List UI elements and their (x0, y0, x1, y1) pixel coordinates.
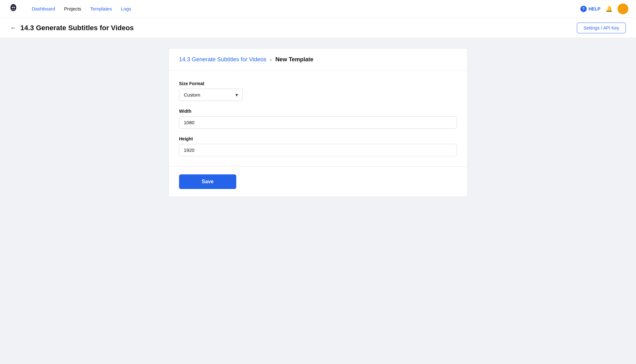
page-title-row: ← 14.3 Generate Subtitles for Videos (10, 24, 134, 32)
navbar: Dashboard Projects Templates Logs ? HELP… (0, 0, 636, 18)
size-format-group: Size Format Custom HD 1280x720 Full HD 1… (179, 81, 457, 101)
nav-dashboard[interactable]: Dashboard (32, 6, 55, 11)
notification-bell-icon[interactable]: 🔔 (605, 5, 612, 12)
width-input[interactable] (179, 116, 457, 129)
size-format-select[interactable]: Custom HD 1280x720 Full HD 1920x1080 4K … (179, 89, 243, 101)
size-format-select-wrapper: Custom HD 1280x720 Full HD 1920x1080 4K … (179, 89, 243, 101)
settings-api-key-button[interactable]: Settings / API Key (577, 23, 626, 33)
breadcrumb-separator: › (270, 56, 272, 63)
logo (8, 3, 22, 15)
height-input[interactable] (179, 144, 457, 156)
main-content: 14.3 Generate Subtitles for Videos › New… (0, 38, 636, 207)
breadcrumb-current: New Template (275, 56, 314, 63)
navbar-right: ? HELP 🔔 (580, 3, 628, 14)
card-footer: Save (169, 167, 467, 197)
svg-point-3 (12, 7, 13, 8)
height-group: Height (179, 136, 457, 156)
help-icon: ? (580, 6, 587, 12)
width-group: Width (179, 109, 457, 129)
avatar[interactable] (618, 3, 628, 14)
page-header: ← 14.3 Generate Subtitles for Videos Set… (0, 18, 636, 38)
back-arrow[interactable]: ← (10, 24, 17, 31)
card-header: 14.3 Generate Subtitles for Videos › New… (169, 49, 467, 71)
svg-point-4 (14, 7, 15, 8)
width-label: Width (179, 109, 457, 114)
template-card: 14.3 Generate Subtitles for Videos › New… (169, 48, 467, 197)
nav-projects[interactable]: Projects (64, 6, 81, 11)
save-button[interactable]: Save (179, 174, 236, 189)
size-format-label: Size Format (179, 81, 457, 86)
height-label: Height (179, 136, 457, 141)
nav-logs[interactable]: Logs (121, 6, 131, 11)
breadcrumb-link[interactable]: 14.3 Generate Subtitles for Videos (179, 56, 266, 63)
nav-templates[interactable]: Templates (90, 6, 112, 11)
help-button[interactable]: ? HELP (580, 6, 600, 12)
card-body: Size Format Custom HD 1280x720 Full HD 1… (169, 71, 467, 167)
page-title: 14.3 Generate Subtitles for Videos (20, 24, 134, 32)
help-label: HELP (589, 6, 600, 11)
nav-links: Dashboard Projects Templates Logs (32, 6, 570, 11)
